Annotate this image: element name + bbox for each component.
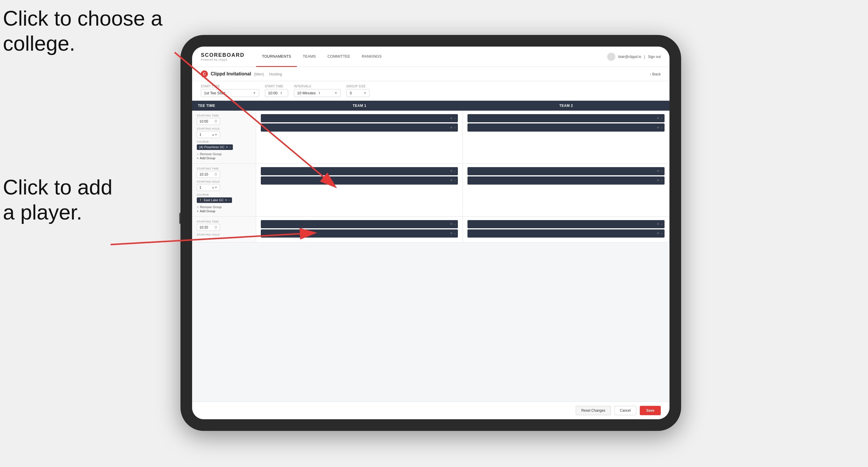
x-icon-8[interactable]: ✕ xyxy=(657,179,659,182)
starting-hole-input-2[interactable]: 1 ▲▼ xyxy=(197,184,220,191)
chevron-down-icon-3: ▼ xyxy=(364,91,367,95)
player-slot-1-2[interactable]: ✕ › xyxy=(261,123,458,132)
x-icon-11[interactable]: ✕ xyxy=(657,222,659,226)
info-icon: ℹ xyxy=(281,91,282,95)
clock-icon-1: ⏱ xyxy=(214,120,217,123)
remove-group-1[interactable]: ○ Remove Group xyxy=(197,152,251,156)
tablet-screen: SCOREBOARD Powered by clippd TOURNAMENTS… xyxy=(192,46,670,419)
edit-icon-2[interactable]: › xyxy=(454,126,456,129)
group-left-3: STARTING TIME: 10:20 ⏱ STARTING HOLE: xyxy=(192,217,256,242)
course-tag-1[interactable]: (A) Peachtree GC ✕ › xyxy=(197,145,233,150)
edit-icon-9[interactable]: › xyxy=(454,222,456,226)
player-slot-6-1[interactable]: ✕ › xyxy=(467,220,664,228)
event-gender: (Men) xyxy=(254,72,264,76)
nav-tab-committee[interactable]: COMMITTEE xyxy=(322,46,356,67)
team1-cell-2: ✕ › ✕ › xyxy=(256,164,463,216)
x-icon-4[interactable]: ✕ xyxy=(657,126,659,130)
nav-tab-teams[interactable]: TEAMS xyxy=(297,46,322,67)
edit-icon-8[interactable]: › xyxy=(661,179,662,182)
group-actions-1: ○ Remove Group + Add Group xyxy=(197,152,251,160)
table-header: Tee Time Team 1 Team 2 xyxy=(192,101,670,111)
player-slot-3-2[interactable]: ✕ › xyxy=(261,177,458,185)
course-remove-icon-1[interactable]: ✕ xyxy=(225,145,228,149)
group-size-select[interactable]: 3 ▼ xyxy=(346,89,370,97)
remove-group-2[interactable]: ○ Remove Group xyxy=(197,205,251,209)
main-content[interactable]: STARTING TIME: 10:00 ⏱ STARTING HOLE: 1 … xyxy=(192,111,670,402)
clock-icon-3: ⏱ xyxy=(214,226,217,229)
x-icon[interactable]: ✕ xyxy=(450,117,453,120)
chevron-down-icon: ▼ xyxy=(253,91,256,95)
footer: Reset Changes Cancel Save xyxy=(192,402,670,419)
hosting-badge: Hosting xyxy=(269,72,282,76)
x-icon-5[interactable]: ✕ xyxy=(450,169,453,173)
group-actions-2: ○ Remove Group + Add Group xyxy=(197,205,251,213)
intervals-select[interactable]: 10 Minutes ℹ ▼ xyxy=(294,89,341,97)
player-slot-4-2[interactable]: ✕ › xyxy=(467,177,664,185)
starting-time-label-2: STARTING TIME: xyxy=(197,167,251,170)
course-remove-icon-2[interactable]: ✕ xyxy=(225,198,227,202)
annotation-middle: Click to add a player. xyxy=(3,175,112,225)
sub-header: C Clippd Invitational (Men) Hosting ‹ Ba… xyxy=(192,67,670,81)
player-slot-5-1[interactable]: ✕ › xyxy=(261,220,458,228)
reset-changes-button[interactable]: Reset Changes xyxy=(576,406,611,415)
course-tag-2[interactable]: 🏌 East Lake GC ✕ › xyxy=(197,197,232,203)
edit-icon-3[interactable]: › xyxy=(661,117,662,120)
clock-icon-2: ⏱ xyxy=(214,173,217,176)
group-size-group: Group Size 3 ▼ xyxy=(346,85,370,97)
logo-sub: Powered by clippd xyxy=(201,58,245,61)
edit-icon-12[interactable]: › xyxy=(661,232,662,235)
player-slot-2-2[interactable]: ✕ › xyxy=(467,123,664,132)
edit-icon[interactable]: › xyxy=(454,117,456,120)
course-edit-icon-1[interactable]: › xyxy=(229,145,230,149)
player-slot-3-1[interactable]: ✕ › xyxy=(261,167,458,175)
starting-hole-input-1[interactable]: 1 ▲▼ xyxy=(197,131,220,138)
start-type-select[interactable]: 1st Tee Start ▼ xyxy=(201,89,259,97)
edit-icon-6[interactable]: › xyxy=(454,179,456,182)
player-slot-2-1[interactable]: ✕ › xyxy=(467,114,664,122)
group-left-1: STARTING TIME: 10:00 ⏱ STARTING HOLE: 1 … xyxy=(192,111,256,163)
starting-hole-label-3: STARTING HOLE: xyxy=(197,233,251,236)
info-icon-2: ℹ xyxy=(319,91,320,95)
course-edit-icon-2[interactable]: › xyxy=(228,198,230,202)
save-button[interactable]: Save xyxy=(640,406,661,415)
nav-tab-tournaments[interactable]: TOURNAMENTS xyxy=(256,46,297,67)
edit-icon-7[interactable]: › xyxy=(661,169,662,173)
add-group-2[interactable]: + Add Group xyxy=(197,209,251,213)
start-time-select[interactable]: 10:00 ℹ xyxy=(265,89,288,97)
th-tee-time: Tee Time xyxy=(192,101,256,111)
x-icon-7[interactable]: ✕ xyxy=(657,169,659,173)
x-icon-12[interactable]: ✕ xyxy=(657,231,659,235)
player-slot-6-2[interactable]: ✕ › xyxy=(467,229,664,238)
edit-icon-11[interactable]: › xyxy=(661,222,662,226)
edit-icon-10[interactable]: › xyxy=(454,232,456,235)
chevron-down-icon-2: ▼ xyxy=(335,91,337,95)
starting-time-input-3[interactable]: 10:20 ⏱ xyxy=(197,224,220,231)
edit-icon-4[interactable]: › xyxy=(661,126,662,129)
player-slot-4-1[interactable]: ✕ › xyxy=(467,167,664,175)
chevron-hole-2: ▲▼ xyxy=(212,186,217,189)
player-slot-5-2[interactable]: ✕ › xyxy=(261,229,458,238)
avatar xyxy=(607,53,615,61)
nav-tab-rankings[interactable]: RANKINGS xyxy=(356,46,388,67)
event-logo: C xyxy=(201,70,208,77)
starting-time-input-2[interactable]: 10:10 ⏱ xyxy=(197,171,220,178)
group-row-3: STARTING TIME: 10:20 ⏱ STARTING HOLE: ✕ … xyxy=(192,217,670,243)
sign-out-link[interactable]: Sign out xyxy=(648,55,661,59)
cancel-button[interactable]: Cancel xyxy=(615,406,636,415)
player-slot-1-1[interactable]: ✕ › xyxy=(261,114,458,122)
settings-bar: Start Type 1st Tee Start ▼ Start Time 10… xyxy=(192,81,670,101)
add-group-1[interactable]: + Add Group xyxy=(197,156,251,160)
starting-time-input-1[interactable]: 10:00 ⏱ xyxy=(197,118,220,125)
x-icon-2[interactable]: ✕ xyxy=(450,126,453,130)
edit-icon-5[interactable]: › xyxy=(454,169,456,173)
x-icon-9[interactable]: ✕ xyxy=(450,222,453,226)
course-label-2: COURSE: xyxy=(197,193,251,196)
back-button[interactable]: ‹ Back xyxy=(650,72,661,76)
x-icon-6[interactable]: ✕ xyxy=(450,179,453,182)
start-type-group: Start Type 1st Tee Start ▼ xyxy=(201,85,259,97)
starting-time-label-3: STARTING TIME: xyxy=(197,220,251,223)
x-icon-3[interactable]: ✕ xyxy=(657,117,659,120)
x-icon-10[interactable]: ✕ xyxy=(450,231,453,235)
annotation-top: Click to choose a college. xyxy=(3,6,162,56)
starting-hole-label-1: STARTING HOLE: xyxy=(197,127,251,130)
